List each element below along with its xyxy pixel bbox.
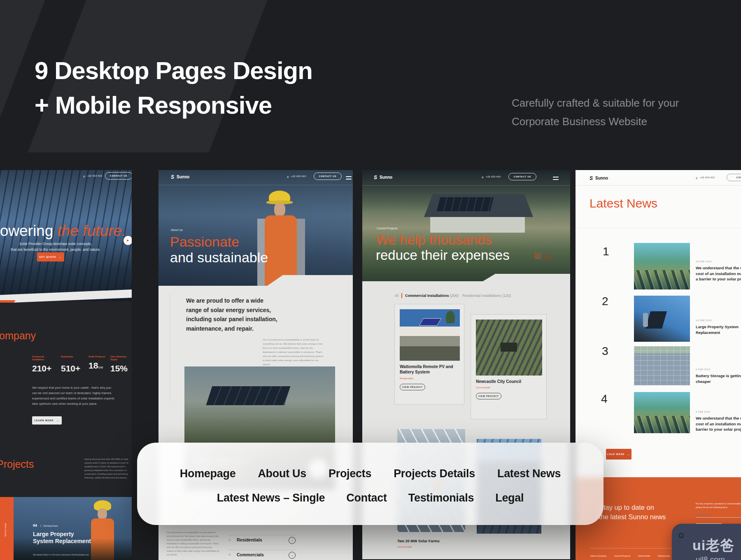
contact-us-button[interactable]: CONTACT US (727, 174, 741, 181)
photo-shape (534, 252, 541, 259)
project-card-tag: Commercials (476, 386, 490, 389)
project-card-photo (476, 320, 542, 376)
project-card[interactable]: Newcastle City Council Commercials VIEW … (471, 314, 547, 419)
contact-us-label: CONTACT US (319, 175, 336, 177)
get-quote-label: GET QUOTE (39, 256, 56, 258)
project-card-photo (400, 309, 460, 361)
contact-us-label: CONTACT US (736, 176, 741, 179)
company-stat: Residentials 510+ (61, 355, 86, 373)
newsletter-title: Stay up to date on the latest Sunno news (599, 503, 666, 522)
filter-residential[interactable]: Residential Installations (120) (462, 294, 511, 298)
brand-name[interactable]: Sunno (177, 175, 189, 179)
footer-link[interactable]: Testimonials (657, 555, 670, 557)
overlay-link-about-us[interactable]: About Us (258, 467, 306, 480)
overlay-link-latest-news[interactable]: Latest News (497, 467, 561, 480)
overlay-link-contact[interactable]: Contact (346, 492, 387, 504)
filter-commercial[interactable]: Commercial Installations (200) (405, 294, 459, 298)
phone-number[interactable]: +32 423 423 (486, 175, 501, 178)
page-title: 9 Desktop Pages Design + Mobile Responsi… (35, 54, 312, 123)
page-title-line2: + Mobile Responsive (35, 88, 312, 123)
news-item-title[interactable]: We understand that the upcost of an inst… (696, 265, 741, 282)
project-card-tag: Residentials (400, 377, 413, 380)
news-item-date: 18 FEB 2023 (696, 260, 712, 263)
news-item-photo[interactable] (634, 296, 690, 342)
contact-us-label: CONTACT US (110, 175, 127, 177)
news-item-photo[interactable] (634, 392, 690, 433)
service-row[interactable]: 01 Residentials → (228, 535, 296, 535)
hero-title-start: Powering (0, 222, 58, 239)
feature-photo[interactable]: 04 Sterling Estate Large Property System… (14, 497, 132, 560)
project-card-title: Two 20 MW Solar Farms (397, 539, 440, 543)
preview-homepage[interactable]: ✆ +32 423 423 CONTACT US Powering the fu… (0, 170, 132, 560)
overlay-link-homepage[interactable]: Homepage (180, 467, 236, 480)
news-item-title[interactable]: We understand that the upcost of an inst… (696, 415, 741, 432)
brand-name[interactable]: Sunno (380, 175, 392, 180)
about-detail-text: Our commitment to sustainability is at t… (263, 338, 324, 366)
feature-tag: Sterling Estate (41, 525, 58, 527)
page-subtitle-line2: Corporate Business Website (512, 112, 679, 131)
watermark-domain: uil8.com (696, 555, 725, 560)
photo-shape (437, 197, 494, 211)
projects-hero-title-accent: We help thousands (376, 232, 492, 248)
feature-accent-bar: Sunno Solar (0, 497, 14, 560)
service-label: Residentials (237, 537, 262, 542)
news-item-date: 9 FEB 2023 (696, 368, 710, 371)
contact-us-button[interactable]: CONTACT US (508, 173, 536, 180)
news-item-date: 16 FEB 2023 (696, 319, 712, 322)
brand-name[interactable]: Sunno (595, 176, 608, 180)
load-more-label: LOAD MORE (607, 453, 625, 455)
contact-us-button[interactable]: CONTACT US (105, 172, 132, 180)
view-project-button[interactable]: VIEW PROJECT (400, 384, 425, 390)
footer-link[interactable]: About Company (590, 555, 606, 557)
news-item-title[interactable]: Battery Storage is gettingcheaper (696, 373, 741, 384)
service-row[interactable]: 02 Commercials → (228, 550, 296, 550)
company-body-text: We respect that your home is your castle… (32, 385, 116, 406)
contact-us-button[interactable]: CONTACT US (314, 173, 342, 180)
load-more-button[interactable]: LOAD MORE → (606, 449, 631, 460)
news-item-date: 8 FEB 2023 (696, 411, 710, 413)
overlay-link-testimonials[interactable]: Testimonials (408, 492, 474, 504)
feature-index: 04 Sterling Estate (33, 523, 58, 527)
view-project-button[interactable]: VIEW PROJECT (476, 393, 501, 399)
nav-divider (158, 185, 353, 185)
overlay-link-legal[interactable]: Legal (495, 492, 524, 504)
arrow-right-icon: → (291, 539, 294, 542)
about-hero-title-rest: and sustainable (170, 250, 268, 266)
play-video-button[interactable]: ▶ (124, 236, 132, 245)
footer-link[interactable]: Current Projects (614, 555, 630, 557)
email-field[interactable] (696, 512, 741, 518)
news-item-title[interactable]: Large Property SystemReplacement (696, 324, 739, 335)
vertical-divider (170, 294, 170, 401)
nav-divider (576, 185, 741, 186)
filter-all[interactable]: All (394, 294, 398, 298)
page-title-line1: 9 Desktop Pages Design (35, 54, 312, 88)
hero-subtitle-line2: that are beneficial to the environment, … (0, 247, 132, 252)
arrow-circle-button[interactable]: → (289, 537, 296, 544)
menu-icon[interactable] (553, 177, 559, 180)
sunno-logo-icon: S (590, 175, 593, 181)
feature-side-label: Sunno Solar (4, 523, 7, 537)
phone-number[interactable]: +32 423 423 (700, 176, 715, 179)
phone-number[interactable]: +32 423 423 (291, 175, 306, 177)
about-hero-title-accent: Passionate (170, 234, 239, 250)
overlay-link-latest-news-single[interactable]: Latest News – Single (217, 492, 325, 504)
phone-number[interactable]: +32 423 423 (87, 175, 102, 177)
learn-more-button[interactable]: LEARN MORE → (32, 416, 62, 425)
footer-link[interactable]: Latest News (638, 555, 650, 557)
feature-title: Large Property System Replacement (33, 531, 91, 545)
overlay-link-projects[interactable]: Projects (329, 467, 371, 480)
news-item-photo[interactable] (634, 346, 690, 385)
get-quote-button[interactable]: GET QUOTE → (37, 252, 64, 261)
nav-divider (362, 185, 570, 186)
overlay-nav-row1: Homepage About Us Projects Projects Deta… (180, 467, 561, 480)
menu-icon[interactable] (346, 176, 352, 180)
news-item-photo[interactable] (634, 243, 690, 289)
overlay-link-projects-details[interactable]: Projects Details (394, 467, 475, 480)
play-icon: ▶ (127, 239, 129, 242)
news-item-number: 2 (602, 295, 608, 308)
arrow-circle-button[interactable]: → (289, 552, 296, 559)
photo-shape (643, 313, 648, 327)
news-item-number: 3 (602, 345, 608, 358)
learn-more-label: LEARN MORE (35, 419, 54, 422)
project-card[interactable]: Wattomolla Remote PV and Battery System … (394, 304, 464, 405)
